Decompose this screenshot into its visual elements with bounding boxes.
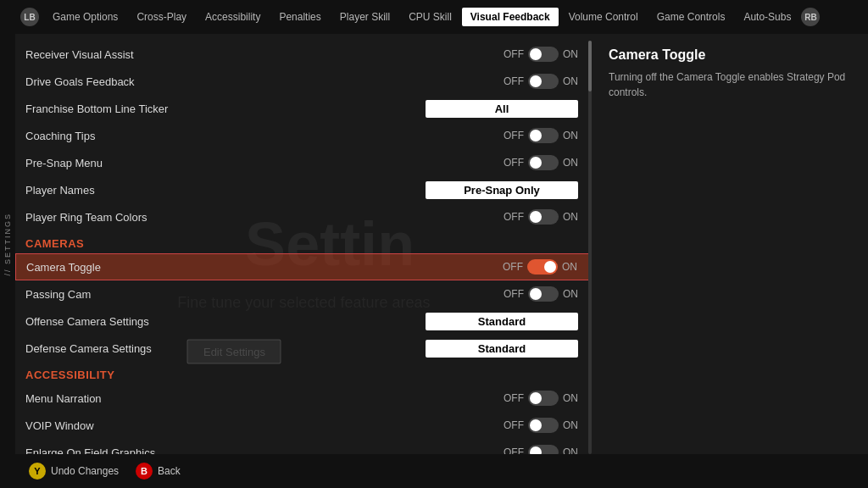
dropdown-control[interactable]: Pre-Snap Only: [426, 181, 578, 199]
toggle-off-label: OFF: [504, 75, 524, 87]
toggle-on-label: ON: [563, 157, 578, 169]
toggle-on-label: ON: [563, 419, 578, 431]
toggle-switch[interactable]: [527, 259, 558, 274]
setting-label: VOIP Window: [25, 419, 94, 432]
setting-label: Defense Camera Settings: [25, 342, 152, 355]
setting-defense-camera[interactable]: Defense Camera Settings Standard: [15, 335, 592, 362]
toggle-on-label: ON: [562, 261, 577, 273]
toggle-switch[interactable]: [528, 47, 559, 62]
setting-label: Drive Goals Feedback: [25, 75, 135, 88]
toggle-switch[interactable]: [528, 155, 559, 170]
nav-cpu-skill[interactable]: CPU Skill: [400, 8, 460, 26]
scrollbar[interactable]: [588, 41, 592, 454]
dropdown-control[interactable]: Standard: [426, 340, 578, 358]
toggle-switch[interactable]: [528, 128, 559, 143]
nav-game-options[interactable]: Game Options: [44, 8, 126, 26]
setting-label: Offense Camera Settings: [25, 315, 149, 328]
toggle-on-label: ON: [563, 130, 578, 141]
setting-label: Player Ring Team Colors: [25, 211, 147, 224]
setting-coaching-tips[interactable]: Coaching Tips OFF ON: [15, 122, 592, 149]
side-label: // SETTINGS: [0, 0, 15, 488]
setting-label: Camera Toggle: [26, 261, 101, 274]
right-bumper-badge: RB: [801, 8, 820, 26]
nav-game-controls[interactable]: Game Controls: [648, 8, 734, 26]
nav-volume-control[interactable]: Volume Control: [560, 8, 647, 26]
toggle-control[interactable]: OFF ON: [504, 155, 578, 170]
toggle-off-label: OFF: [503, 261, 523, 273]
dropdown-control[interactable]: All: [426, 100, 578, 118]
toggle-on-label: ON: [563, 75, 578, 87]
toggle-switch[interactable]: [528, 74, 559, 89]
back-label: Back: [158, 465, 181, 477]
undo-changes-button[interactable]: Y Undo Changes: [29, 463, 119, 480]
toggle-control[interactable]: OFF ON: [504, 418, 578, 433]
setting-label: Receiver Visual Assist: [25, 48, 134, 61]
toggle-on-label: ON: [563, 48, 578, 60]
section-cameras: Cameras: [15, 230, 592, 253]
toggle-control[interactable]: OFF ON: [504, 391, 578, 406]
setting-label: Player Names: [25, 184, 95, 197]
nav-cross-play[interactable]: Cross-Play: [128, 8, 195, 26]
toggle-on-label: ON: [563, 288, 578, 300]
nav-visual-feedback[interactable]: Visual Feedback: [462, 8, 559, 26]
setting-label: Franchise Bottom Line Ticker: [25, 103, 168, 115]
toggle-switch[interactable]: [528, 286, 559, 302]
b-button-badge: B: [136, 463, 153, 480]
setting-label: Pre-Snap Menu: [25, 157, 103, 169]
setting-label: Coaching Tips: [25, 130, 95, 142]
info-panel: Camera Toggle Turning off the Camera Tog…: [592, 34, 868, 488]
toggle-off-label: OFF: [504, 392, 524, 404]
toggle-switch[interactable]: [528, 418, 559, 433]
toggle-control[interactable]: OFF ON: [503, 259, 577, 274]
info-title: Camera Toggle: [609, 47, 851, 63]
section-accessibility: Accessibility: [15, 362, 592, 385]
nav-penalties[interactable]: Penalties: [270, 8, 329, 26]
toggle-off-label: OFF: [504, 157, 524, 169]
undo-changes-label: Undo Changes: [51, 465, 119, 477]
toggle-control[interactable]: OFF ON: [504, 286, 578, 302]
toggle-off-label: OFF: [504, 130, 524, 141]
info-text: Turning off the Camera Toggle enables St…: [609, 69, 851, 100]
setting-receiver-visual-assist[interactable]: Receiver Visual Assist OFF ON: [15, 41, 592, 68]
bottom-bar: Y Undo Changes B Back: [15, 454, 868, 488]
nav-accessibility[interactable]: Accessibility: [197, 8, 269, 26]
toggle-on-label: ON: [563, 392, 578, 404]
setting-label: Menu Narration: [25, 392, 102, 405]
settings-panel: Receiver Visual Assist OFF ON Drive Goal…: [15, 34, 592, 488]
toggle-control[interactable]: OFF ON: [504, 209, 578, 225]
main-content: Receiver Visual Assist OFF ON Drive Goal…: [15, 34, 868, 488]
setting-label: Passing Cam: [25, 288, 91, 301]
dropdown-control[interactable]: Standard: [426, 313, 578, 330]
setting-player-ring[interactable]: Player Ring Team Colors OFF ON: [15, 203, 592, 230]
setting-offense-camera[interactable]: Offense Camera Settings Standard: [15, 308, 592, 335]
setting-drive-goals[interactable]: Drive Goals Feedback OFF ON: [15, 68, 592, 95]
setting-camera-toggle[interactable]: Camera Toggle OFF ON: [15, 253, 592, 280]
toggle-control[interactable]: OFF ON: [504, 47, 578, 62]
setting-franchise-ticker[interactable]: Franchise Bottom Line Ticker All: [15, 95, 592, 122]
toggle-control[interactable]: OFF ON: [504, 74, 578, 89]
left-bumper-badge: LB: [20, 8, 39, 26]
toggle-switch[interactable]: [528, 209, 559, 225]
setting-player-names[interactable]: Player Names Pre-Snap Only: [15, 176, 592, 203]
setting-voip-window[interactable]: VOIP Window OFF ON: [15, 412, 592, 439]
toggle-off-label: OFF: [504, 211, 524, 223]
scrollbar-thumb[interactable]: [588, 41, 592, 92]
setting-passing-cam[interactable]: Passing Cam OFF ON: [15, 280, 592, 308]
y-button-badge: Y: [29, 463, 46, 480]
nav-player-skill[interactable]: Player Skill: [331, 8, 398, 26]
setting-pre-snap-menu[interactable]: Pre-Snap Menu OFF ON: [15, 149, 592, 176]
toggle-off-label: OFF: [504, 288, 524, 300]
toggle-off-label: OFF: [504, 48, 524, 60]
back-button[interactable]: B Back: [136, 463, 181, 480]
toggle-on-label: ON: [563, 211, 578, 223]
top-nav: LB Game Options Cross-Play Accessibility…: [15, 0, 868, 34]
nav-auto-subs[interactable]: Auto-Subs: [735, 8, 799, 26]
toggle-control[interactable]: OFF ON: [504, 128, 578, 143]
toggle-switch[interactable]: [528, 391, 559, 406]
toggle-off-label: OFF: [504, 419, 524, 431]
setting-menu-narration[interactable]: Menu Narration OFF ON: [15, 385, 592, 412]
